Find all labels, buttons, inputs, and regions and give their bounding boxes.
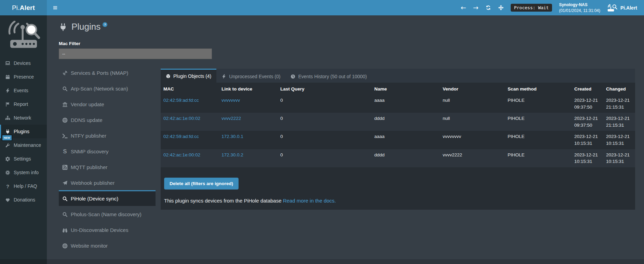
sidebar-item-presence[interactable]: Presence (0, 70, 47, 84)
sidebar-item-devices[interactable]: Devices (0, 56, 47, 70)
sidebar: Devices Presence Events Report Network P… (0, 15, 47, 264)
tabs: Plugin Objects (4) Unprocessed Events (0… (161, 69, 635, 83)
app-logo[interactable]: Pi.Alert (0, 0, 47, 15)
cell-last-query: 0 (278, 149, 372, 167)
plugin-nav-ddns-update[interactable]: DDNS update (59, 112, 156, 127)
plugin-nav-label: Un-Discoverable Devices (71, 227, 128, 233)
plugin-nav-label: Services & Ports (NMAP) (71, 70, 128, 76)
sidebar-item-label: Events (14, 88, 28, 93)
table-row: 02:42:ac:1e:00:02 vvvv2222 0 dddd null P… (161, 113, 635, 131)
plugin-nav-mqtt-publisher[interactable]: MQTT publisher (59, 159, 156, 175)
device-link[interactable]: 172.30.0.1 (222, 134, 243, 139)
plugin-nav-label: SNMP discovery (71, 149, 109, 154)
mac-link[interactable]: 02:42:59:ad:fd:cc (163, 98, 199, 103)
plugin-nav-pholus-scan[interactable]: Pholus-Scan (Name discovery) (59, 206, 156, 222)
plugins-nav: Services & Ports (NMAP) Arp-Scan (Networ… (59, 65, 156, 253)
header-app-name: Pi.Alert (620, 5, 637, 11)
tab-events-history[interactable]: Events History (50 out of 10000) (285, 69, 372, 83)
device-link[interactable]: vvvvvvvv (222, 98, 240, 103)
docs-link[interactable]: Read more in the docs. (283, 198, 336, 204)
plugin-description: This plugin syncs devices from the PiHol… (164, 198, 635, 204)
plugin-nav-vendor-update[interactable]: Vendor update (59, 96, 156, 112)
sidebar-item-label: Help / FAQ (14, 183, 37, 189)
device-link[interactable]: vvvv2222 (222, 116, 241, 121)
mac-link[interactable]: 02:42:ac:1e:00:02 (163, 116, 200, 121)
cell-last-query: 0 (278, 95, 372, 113)
heart-icon (5, 197, 10, 203)
search-icon (62, 212, 68, 217)
help-badge[interactable]: ? (103, 22, 107, 27)
plugin-nav-services-ports[interactable]: Services & Ports (NMAP) (59, 65, 156, 80)
router-search-logo-icon (6, 21, 41, 50)
binoculars-icon (62, 227, 68, 233)
mac-link[interactable]: 02:42:59:ad:fd:cc (163, 134, 199, 139)
cell-created: 2023-12-21 10:15:31 (572, 131, 603, 149)
cell-scan-method: PIHOLE (505, 95, 572, 113)
sidebar-item-maintenance[interactable]: NEW Maintenance (0, 138, 47, 152)
sidebar-menu: Devices Presence Events Report Network P… (0, 56, 47, 207)
cell-vendor: vvvv2222 (440, 149, 505, 167)
plugin-nav-label: DDNS update (71, 117, 103, 123)
sidebar-item-label: Donations (14, 197, 35, 203)
nav-back-button[interactable]: ← (461, 4, 466, 11)
cell-scan-method: PIHOLE (505, 149, 572, 167)
satellite-dish-icon (62, 70, 68, 76)
cell-name: dddd (372, 113, 440, 131)
sidebar-item-report[interactable]: Report (0, 97, 47, 111)
sidebar-item-events[interactable]: Events (0, 84, 47, 97)
cell-created: 2023-12-21 09:37:50 (572, 113, 603, 131)
tab-unprocessed-events[interactable]: Unprocessed Events (0) (216, 69, 285, 83)
cell-name: dddd (372, 149, 440, 167)
column-header-created: Created (572, 83, 603, 95)
s-letter-icon: S (62, 149, 68, 154)
sidebar-toggle-button[interactable] (47, 0, 63, 15)
mac-filter-input[interactable] (59, 48, 212, 59)
bolt-icon (222, 74, 226, 79)
cell-name: aaaa (372, 95, 440, 113)
plugin-nav-label: Arp-Scan (Network scan) (71, 86, 128, 92)
sidebar-item-network[interactable]: Network (0, 111, 47, 125)
gear-icon (5, 156, 10, 162)
host-timestamp: (01/01/2024, 11:31:04) (559, 8, 600, 13)
column-header-last-query: Last Query (278, 83, 372, 95)
sidebar-item-help-faq[interactable]: ?Help / FAQ (0, 179, 47, 193)
cell-last-query: 0 (278, 113, 372, 131)
fullscreen-move-button[interactable] (498, 5, 504, 11)
sidebar-item-donations[interactable]: Donations (0, 193, 47, 207)
plugin-nav-website-monitor[interactable]: Website monitor (59, 237, 156, 253)
plugin-nav-label: PiHole (Device sync) (71, 196, 118, 202)
device-link[interactable]: 172.30.0.2 (222, 152, 243, 157)
rss-square-icon (62, 165, 68, 170)
header-app-brand[interactable]: Pi.Alert (607, 4, 637, 12)
plugin-nav-label: Webhook publisher (71, 180, 115, 186)
main-content: Plugins ? Mac Filter Services & Ports (N… (47, 15, 644, 253)
plugin-nav-ntfy-publisher[interactable]: NTFY publisher (59, 127, 156, 143)
sidebar-item-label: Devices (14, 60, 31, 66)
paper-plane-icon (62, 180, 68, 186)
mac-filter-label: Mac Filter (59, 41, 635, 46)
refresh-button[interactable] (485, 5, 491, 11)
router-logo-icon (607, 4, 617, 12)
sidebar-item-system-info[interactable]: System info (0, 166, 47, 179)
mac-link[interactable]: 02:42:ac:1e:00:02 (163, 152, 200, 157)
search-icon (62, 86, 68, 92)
cell-changed: 2023-12-21 10:15:31 (603, 131, 635, 149)
plugin-nav-label: Pholus-Scan (Name discovery) (71, 211, 142, 217)
table-row: 02:42:59:ad:fd:cc vvvvvvvv 0 aaaa null P… (161, 95, 635, 113)
bottom-strip (0, 259, 644, 264)
new-badge: NEW (2, 135, 12, 141)
plugin-nav-webhook-publisher[interactable]: Webhook publisher (59, 175, 156, 190)
globe-icon (62, 117, 68, 123)
plugin-description-text: This plugin syncs devices from the PiHol… (164, 198, 282, 204)
chip-icon (5, 170, 10, 175)
tab-plugin-objects[interactable]: Plugin Objects (4) (161, 69, 216, 83)
plugin-nav-arp-scan[interactable]: Arp-Scan (Network scan) (59, 80, 156, 96)
clock-icon (291, 74, 295, 79)
nav-forward-button[interactable]: → (473, 4, 479, 11)
sidebar-item-settings[interactable]: Settings (0, 152, 47, 166)
cube-icon (166, 74, 171, 79)
delete-all-button[interactable]: Delete all (filters are ignored) (164, 178, 239, 190)
plugin-nav-undiscoverable-devices[interactable]: Un-Discoverable Devices (59, 222, 156, 237)
plugin-nav-pihole-device-sync[interactable]: PiHole (Device sync) (59, 190, 156, 206)
plugin-nav-snmp-discovery[interactable]: SSNMP discovery (59, 143, 156, 159)
